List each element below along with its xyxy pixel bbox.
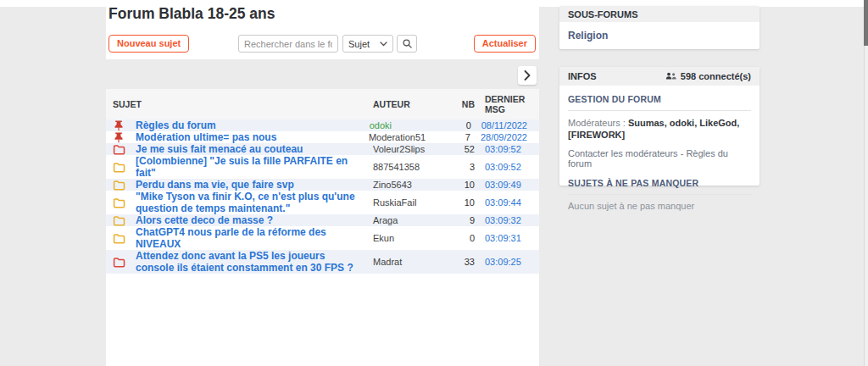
topic-last-msg-link[interactable]: 03:09:52 <box>485 162 527 172</box>
topic-rows: Règles du forum odoki 0 08/11/2022 Modér… <box>106 119 539 274</box>
search-icon <box>402 38 413 49</box>
folder-icon <box>113 257 125 268</box>
topic-title-link[interactable]: Alors cette deco de masse ? <box>136 214 283 226</box>
connected-count: 598 connecté(s) <box>665 71 751 81</box>
search-button[interactable] <box>397 35 417 53</box>
forum-header: Forum Blabla 18-25 ans Nouveau sujet Suj… <box>106 0 539 59</box>
search-input[interactable] <box>238 35 338 53</box>
folder-icon <box>113 144 125 155</box>
topic-title-link[interactable]: "Mike Tyson va finir K.O, ce n'est plus … <box>136 191 373 214</box>
page-title: Forum Blabla 18-25 ans <box>108 5 275 23</box>
new-topic-button[interactable]: Nouveau sujet <box>108 35 189 53</box>
topic-title-link[interactable]: Attendez donc avant la PS5 les joueurs c… <box>136 250 373 274</box>
topic-reply-count: 3 <box>449 162 475 172</box>
topic-last-msg-link[interactable]: 03:09:31 <box>485 233 527 243</box>
table-row[interactable]: Perdu dans ma vie, que faire svp Zino564… <box>106 179 539 191</box>
search-scope-select[interactable]: Sujet <box>342 35 393 53</box>
topic-title-link[interactable]: ChatGPT4 nous parle de la réforme des NI… <box>136 226 373 250</box>
table-row[interactable]: Modération ultime= pas nous Moderation51… <box>106 131 539 143</box>
divider <box>568 194 751 195</box>
people-icon <box>665 72 676 80</box>
topic-author: 887541358 <box>373 162 449 172</box>
table-row[interactable]: "Mike Tyson va finir K.O, ce n'est plus … <box>106 191 539 214</box>
pushpin-icon <box>113 131 125 143</box>
topic-title-link[interactable]: Règles du forum <box>136 119 226 131</box>
chevron-right-icon <box>524 70 531 80</box>
refresh-button[interactable]: Actualiser <box>474 35 536 53</box>
folder-icon <box>113 215 125 226</box>
topic-reply-count: 10 <box>449 197 475 208</box>
topic-reply-count: 0 <box>449 233 475 243</box>
divider <box>568 110 751 111</box>
partial-next-row <box>106 274 539 366</box>
folder-icon <box>113 233 125 244</box>
topic-last-msg-link[interactable]: 03:09:44 <box>485 197 527 208</box>
page-scrollbar[interactable] <box>864 0 868 366</box>
topic-last-msg-link[interactable]: 03:09:49 <box>485 180 527 190</box>
connected-count-label: 598 connecté(s) <box>681 71 751 81</box>
topic-last-msg-link[interactable]: 28/09/2022 <box>481 132 527 142</box>
no-topics-text: Aucun sujet à ne pas manquer <box>568 201 751 211</box>
topic-author: Voleur2Slips <box>373 144 449 154</box>
sub-forum-link[interactable]: Religion <box>568 30 751 42</box>
folder-icon <box>113 197 125 208</box>
table-row[interactable]: Je me suis fait menacé au couteau Voleur… <box>106 143 539 155</box>
moderators-line: Modérateurs : Suumas, odoki, LikeGod, [F… <box>568 117 751 141</box>
scrollbar-thumb[interactable] <box>864 0 868 46</box>
topic-title-link[interactable]: Modération ultime= pas nous <box>136 131 287 143</box>
topic-author: Ekun <box>373 233 449 243</box>
sous-forums-panel: SOUS-FORUMS Religion <box>559 6 760 49</box>
topic-last-msg-link[interactable]: 03:09:25 <box>485 257 527 267</box>
sujets-heading: SUJETS À NE PAS MANQUER <box>568 178 751 188</box>
topic-author: Araga <box>373 215 449 225</box>
infos-body: GESTION DU FORUM Modérateurs : Suumas, o… <box>559 86 760 186</box>
topic-last-msg-link[interactable]: 03:09:52 <box>485 144 527 154</box>
moderation-links: Contacter les modérateurs - Règles du fo… <box>568 148 751 169</box>
table-row[interactable]: Alors cette deco de masse ? Araga 9 03:0… <box>106 214 539 226</box>
topic-reply-count: 33 <box>449 257 475 267</box>
search-scope-value: Sujet <box>348 39 370 49</box>
topic-title-link[interactable]: [Colombienne] "Je suis la fille PARFAITE… <box>136 155 373 179</box>
next-page-button[interactable] <box>518 66 537 85</box>
chevron-down-icon <box>380 42 387 47</box>
topic-last-msg-link[interactable]: 03:09:32 <box>485 215 527 225</box>
infos-panel-header: INFOS 598 connecté(s) <box>559 67 760 86</box>
header-last-msg: DERNIER MSG <box>485 94 527 114</box>
header-subject: SUJET <box>113 99 373 109</box>
topic-reply-count: 9 <box>449 215 475 225</box>
folder-icon <box>113 162 125 173</box>
gestion-heading: GESTION DU FORUM <box>568 94 751 104</box>
table-row[interactable]: Règles du forum odoki 0 08/11/2022 <box>106 119 539 131</box>
table-row[interactable]: ChatGPT4 nous parle de la réforme des NI… <box>106 226 539 250</box>
topic-reply-count: 52 <box>449 144 475 154</box>
topic-title-link[interactable]: Perdu dans ma vie, que faire svp <box>136 179 304 191</box>
sidebar: SOUS-FORUMS Religion INFOS 598 connecté(… <box>559 6 760 203</box>
topic-title-link[interactable]: Je me suis fait menacé au couteau <box>136 143 313 155</box>
pushpin-icon <box>113 119 125 131</box>
topic-author: odoki <box>370 120 446 130</box>
moderation-link[interactable]: Contacter les modérateurs <box>568 148 678 158</box>
infos-title: INFOS <box>568 71 597 81</box>
table-row[interactable]: [Colombienne] "Je suis la fille PARFAITE… <box>106 155 539 179</box>
moderators-label: Modérateurs : <box>568 118 628 128</box>
topic-author: Madrat <box>373 257 449 267</box>
sous-forums-list: Religion <box>559 22 760 49</box>
table-row[interactable]: Attendez donc avant la PS5 les joueurs c… <box>106 250 539 274</box>
topic-reply-count: 0 <box>446 120 471 130</box>
folder-icon <box>113 180 125 191</box>
topic-reply-count: 7 <box>445 132 470 142</box>
topic-last-msg-link[interactable]: 08/11/2022 <box>481 120 527 130</box>
header-author: AUTEUR <box>373 99 449 109</box>
topic-author: Zino5643 <box>373 180 449 190</box>
sous-forums-title: SOUS-FORUMS <box>559 6 760 22</box>
topic-table-header: SUJET AUTEUR NB DERNIER MSG <box>106 89 539 119</box>
topic-table: SUJET AUTEUR NB DERNIER MSG Règles du fo… <box>106 89 539 366</box>
topic-author: Moderation51 <box>369 132 445 142</box>
topic-author: RuskiaFail <box>373 197 449 208</box>
infos-panel: INFOS 598 connecté(s) GESTION DU FORUM M… <box>559 67 760 186</box>
topic-reply-count: 10 <box>449 180 475 190</box>
header-count: NB <box>449 99 475 109</box>
